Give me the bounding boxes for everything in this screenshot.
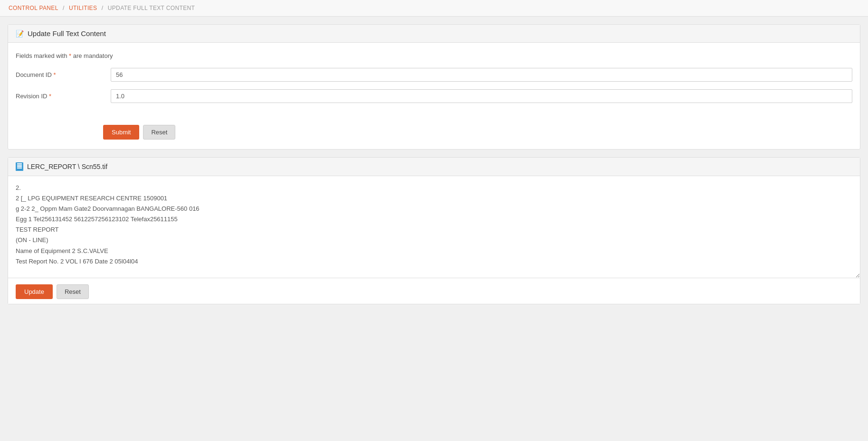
result-file-path: LERC_REPORT \ Scn55.tif	[27, 163, 107, 170]
document-id-group: Document ID *	[16, 68, 852, 82]
form-panel-header: 📝 Update Full Text Content	[8, 25, 860, 43]
form-mandatory-note: Fields marked with * are mandatory	[16, 52, 852, 59]
form-note-text1: Fields marked with	[16, 52, 67, 59]
form-note-text2: are mandatory	[73, 52, 113, 59]
document-id-label: Document ID *	[16, 71, 111, 78]
result-panel: LERC_REPORT \ Scn55.tif 2. 2 [_ LPG EQUI…	[8, 157, 860, 304]
result-textarea[interactable]: 2. 2 [_ LPG EQUIPMENT RESEARCH CENTRE 15…	[8, 176, 860, 278]
form-panel: 📝 Update Full Text Content Fields marked…	[8, 24, 860, 150]
result-actions: Update Reset	[8, 280, 860, 304]
submit-button[interactable]: Submit	[103, 125, 139, 140]
result-textarea-wrapper: 2. 2 [_ LPG EQUIPMENT RESEARCH CENTRE 15…	[8, 176, 860, 280]
breadcrumb-current: UPDATE FULL TEXT CONTENT	[108, 5, 195, 11]
breadcrumb-sep2: /	[102, 5, 104, 11]
result-reset-button[interactable]: Reset	[57, 284, 89, 299]
document-id-input[interactable]	[111, 68, 852, 82]
main-wrapper: 📝 Update Full Text Content Fields marked…	[0, 17, 868, 319]
revision-id-label: Revision ID *	[16, 93, 111, 100]
update-button[interactable]: Update	[16, 284, 53, 299]
form-panel-title: Update Full Text Content	[28, 29, 106, 38]
breadcrumb-control-panel[interactable]: CONTROL PANEL	[9, 5, 58, 11]
form-panel-body: Fields marked with * are mandatory Docum…	[8, 43, 860, 120]
breadcrumb: CONTROL PANEL / UTILITIES / UPDATE FULL …	[0, 0, 868, 17]
edit-icon: 📝	[16, 30, 24, 38]
form-note-asterisk: *	[69, 52, 71, 59]
revision-id-input[interactable]	[111, 89, 852, 103]
form-actions: Submit Reset	[8, 120, 860, 149]
breadcrumb-sep1: /	[63, 5, 65, 11]
breadcrumb-utilities[interactable]: UTILITIES	[69, 5, 97, 11]
result-panel-header: LERC_REPORT \ Scn55.tif	[8, 158, 860, 176]
revision-id-group: Revision ID *	[16, 89, 852, 103]
file-icon	[16, 162, 23, 171]
reset-button[interactable]: Reset	[143, 125, 175, 140]
